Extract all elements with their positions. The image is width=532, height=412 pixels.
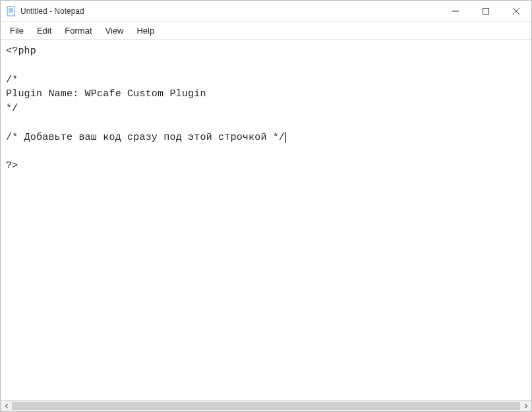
menu-file[interactable]: File — [3, 23, 30, 38]
menu-format[interactable]: Format — [58, 23, 98, 38]
horizontal-scrollbar[interactable] — [1, 400, 531, 411]
titlebar: Untitled - Notepad — [1, 1, 531, 22]
window-title: Untitled - Notepad — [20, 7, 84, 16]
notepad-icon — [6, 6, 16, 16]
editor-content[interactable]: <?php /* Plugin Name: WPcafe Custom Plug… — [6, 45, 286, 171]
minimize-button[interactable] — [440, 1, 471, 21]
scroll-thumb[interactable] — [12, 402, 520, 410]
text-caret — [285, 132, 286, 143]
menubar: File Edit Format View Help — [1, 22, 531, 40]
maximize-button[interactable] — [471, 1, 501, 21]
editor-area[interactable]: <?php /* Plugin Name: WPcafe Custom Plug… — [1, 40, 531, 400]
scroll-left-arrow[interactable] — [1, 401, 12, 411]
menu-help[interactable]: Help — [130, 23, 161, 38]
menu-view[interactable]: View — [99, 23, 131, 38]
scroll-right-arrow[interactable] — [520, 401, 531, 411]
close-button[interactable] — [501, 1, 531, 21]
svg-rect-6 — [483, 8, 489, 14]
window-controls — [440, 1, 531, 21]
scroll-track[interactable] — [12, 401, 520, 411]
editor-text[interactable]: <?php /* Plugin Name: WPcafe Custom Plug… — [1, 40, 531, 177]
menu-edit[interactable]: Edit — [30, 23, 58, 38]
